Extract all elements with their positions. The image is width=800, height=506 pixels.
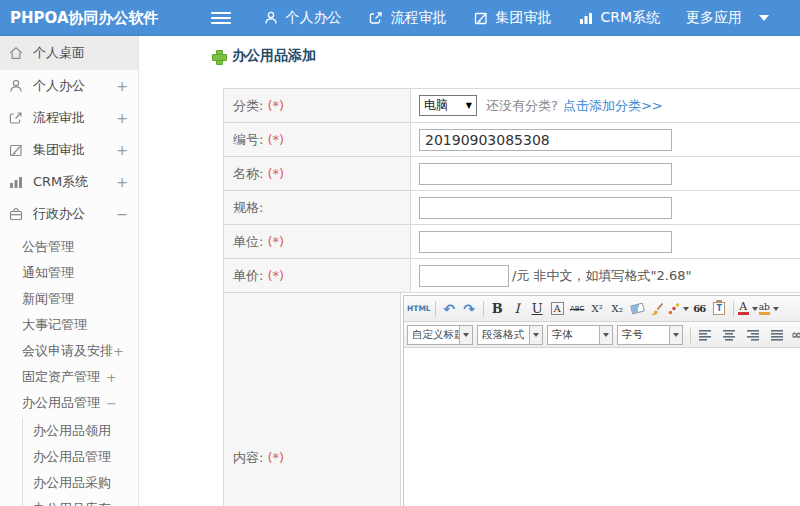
add-plus-icon xyxy=(212,50,225,63)
select-caret-icon xyxy=(669,326,682,344)
char-border-button[interactable]: A xyxy=(548,298,567,319)
sidebar-item-supplies-stock[interactable]: 办公用品库存 xyxy=(23,496,138,506)
superscript-button[interactable]: X² xyxy=(588,298,607,319)
align-justify-icon xyxy=(770,329,784,341)
font-color-button[interactable]: A xyxy=(738,298,758,319)
person-icon xyxy=(263,10,279,26)
sidebar-item-notice-mgmt[interactable]: 通知管理 xyxy=(0,260,138,286)
align-left-button[interactable] xyxy=(695,324,714,345)
sidebar-item-meeting-mgmt[interactable]: 会议申请及安排+ xyxy=(0,338,138,364)
nav-crm[interactable]: CRM系统 xyxy=(578,9,661,27)
sidebar-item-office-supplies-mgmt[interactable]: 办公用品管理− xyxy=(0,390,138,416)
clipboard-icon: T xyxy=(713,302,725,315)
sidebar-item-admin-office[interactable]: 行政办公 − xyxy=(0,198,138,230)
sidebar-item-desktop[interactable]: 个人桌面 xyxy=(0,36,138,70)
menu-toggle-icon[interactable] xyxy=(211,9,231,27)
name-input[interactable] xyxy=(419,163,672,185)
expand-icon[interactable]: + xyxy=(116,78,128,94)
font-size-select[interactable]: 字号 xyxy=(617,325,683,345)
sidebar-item-label: 办公用品库存 xyxy=(33,500,111,506)
nav-workflow-approval[interactable]: 流程审批 xyxy=(368,9,447,27)
code-input[interactable] xyxy=(419,129,672,151)
brush-icon xyxy=(650,302,664,316)
italic-button[interactable]: I xyxy=(508,298,527,319)
price-input[interactable] xyxy=(419,265,509,287)
sidebar-item-label: 办公用品管理 xyxy=(33,448,111,466)
paragraph-format-select[interactable]: 段落格式 xyxy=(477,325,543,345)
unit-input[interactable] xyxy=(419,231,672,253)
top-bar: PHPOA协同办公软件 个人办公 流程审批 集团审批 CRM系统 xyxy=(0,0,800,36)
nav-group-approval[interactable]: 集团审批 xyxy=(473,9,552,27)
undo-button[interactable]: ↶ xyxy=(440,298,459,319)
html-source-button[interactable]: HTML xyxy=(407,298,431,319)
sidebar-item-fixed-assets-mgmt[interactable]: 固定资产管理+ xyxy=(0,364,138,390)
collapse-icon[interactable]: − xyxy=(116,206,128,222)
field-label: 名称: (*) xyxy=(224,157,411,190)
bold-button[interactable]: B xyxy=(488,298,507,319)
category-select[interactable]: 电脑 ▼ xyxy=(419,95,477,116)
box-icon xyxy=(8,206,24,222)
strikethrough-button[interactable]: ABC xyxy=(568,298,587,319)
nav-label: 流程审批 xyxy=(391,9,447,27)
sidebar-item-group-approval[interactable]: 集团审批 + xyxy=(0,134,138,166)
format-painter-button[interactable] xyxy=(648,298,667,319)
align-center-button[interactable] xyxy=(719,324,738,345)
auto-typeset-button[interactable] xyxy=(668,298,689,319)
link-icon: ∞ xyxy=(791,327,800,342)
sidebar-item-workflow-approval[interactable]: 流程审批 + xyxy=(0,102,138,134)
editor-toolbar-row2: 自定义标题 段落格式 字体 字号 xyxy=(404,322,800,348)
highlight-color-button[interactable]: ab xyxy=(759,298,779,319)
admin-office-submenu: 公告管理 通知管理 新闻管理 大事记管理 会议申请及安排+ 固定资产管理+ 办公… xyxy=(0,230,138,506)
sidebar-item-supplies-purchase[interactable]: 办公用品采购 xyxy=(23,470,138,496)
add-category-link[interactable]: 点击添加分类>> xyxy=(563,97,663,115)
expand-icon[interactable]: + xyxy=(113,344,124,359)
expand-icon[interactable]: + xyxy=(116,174,128,190)
subscript-button[interactable]: X₂ xyxy=(608,298,627,319)
underline-button[interactable]: U xyxy=(528,298,547,319)
sidebar-item-label: 集团审批 xyxy=(33,141,85,159)
spec-input[interactable] xyxy=(419,197,672,219)
custom-title-select[interactable]: 自定义标题 xyxy=(407,325,473,345)
sidebar-item-label: 公告管理 xyxy=(22,238,74,256)
align-right-button[interactable] xyxy=(743,324,762,345)
sidebar-item-supplies-requisition[interactable]: 办公用品领用 xyxy=(23,418,138,444)
no-category-text: 还没有分类? xyxy=(486,97,558,115)
edit-icon xyxy=(473,10,489,26)
sidebar: 个人桌面 个人办公 + 流程审批 + 集团审批 + CRM系统 + 行政办公 − xyxy=(0,36,139,506)
sidebar-item-events-mgmt[interactable]: 大事记管理 xyxy=(0,312,138,338)
field-label: 内容: (*) xyxy=(224,293,401,506)
remove-format-button[interactable] xyxy=(628,298,647,319)
editor-content-area[interactable] xyxy=(404,348,800,506)
redo-button[interactable]: ↷ xyxy=(460,298,479,319)
expand-icon[interactable]: + xyxy=(116,110,128,126)
nav-personal-office[interactable]: 个人办公 xyxy=(263,9,342,27)
blockquote-button[interactable]: 66 xyxy=(690,298,709,319)
expand-icon[interactable]: + xyxy=(106,370,117,385)
sidebar-item-supplies-management[interactable]: 办公用品管理 xyxy=(23,444,138,470)
eraser-icon xyxy=(630,302,645,314)
caret-down-icon xyxy=(759,15,769,21)
nav-more-apps[interactable]: 更多应用 xyxy=(686,9,769,27)
required-mark: (*) xyxy=(267,98,284,113)
form-row-spec: 规格: xyxy=(224,191,800,225)
autoformat-icon xyxy=(668,303,680,315)
paste-as-text-button[interactable]: T xyxy=(710,298,729,319)
sidebar-item-news-mgmt[interactable]: 新闻管理 xyxy=(0,286,138,312)
app-title: PHPOA协同办公软件 xyxy=(10,9,159,28)
sidebar-item-label: 办公用品领用 xyxy=(33,422,111,440)
sidebar-item-label: 个人桌面 xyxy=(33,44,85,62)
sidebar-item-crm[interactable]: CRM系统 + xyxy=(0,166,138,198)
select-caret-icon: ▼ xyxy=(466,101,472,110)
sidebar-item-label: 办公用品采购 xyxy=(33,474,111,492)
chart-icon xyxy=(578,10,594,26)
collapse-icon[interactable]: − xyxy=(106,396,117,411)
expand-icon[interactable]: + xyxy=(116,142,128,158)
sidebar-item-announcement-mgmt[interactable]: 公告管理 xyxy=(0,234,138,260)
sidebar-item-personal-office[interactable]: 个人办公 + xyxy=(0,70,138,102)
sidebar-item-label: 办公用品管理 xyxy=(22,394,100,412)
insert-link-button[interactable]: ∞ xyxy=(787,324,800,345)
align-justify-button[interactable] xyxy=(767,324,786,345)
font-family-select[interactable]: 字体 xyxy=(547,325,613,345)
sidebar-item-label: 固定资产管理 xyxy=(22,368,100,386)
office-supplies-submenu: 办公用品领用 办公用品管理 办公用品采购 办公用品库存 xyxy=(22,418,138,506)
